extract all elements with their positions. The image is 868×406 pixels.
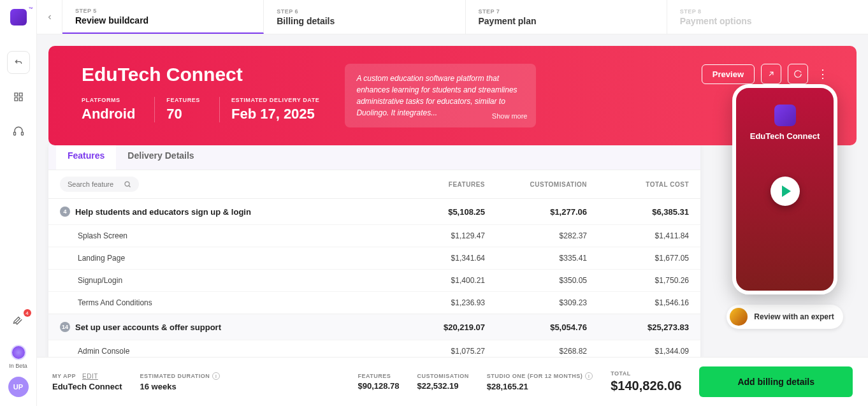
col-header-features: FEATURES (383, 181, 485, 188)
stat-delivery: ESTIMATED DELIVERY DATE Feb 17, 2025 (219, 97, 319, 122)
svg-rect-5 (21, 133, 23, 136)
table-row[interactable]: Landing Page $1,341.64 $335.41 $1,677.05 (48, 247, 700, 269)
more-options-icon[interactable]: ⋮ (814, 64, 831, 83)
footer-summary-bar: MY APP Edit EduTech Connect ESTIMATED DU… (37, 357, 868, 406)
info-icon[interactable]: i (585, 372, 593, 380)
group-count-badge: 4 (60, 207, 70, 217)
col-header-total: TOTAL COST (587, 181, 689, 188)
step-billing-details[interactable]: STEP 6 Billing details (264, 0, 465, 34)
svg-point-6 (125, 182, 129, 186)
rocket-icon[interactable]: 4 (7, 310, 30, 333)
grid-icon[interactable] (7, 85, 30, 108)
total-price: $140,826.06 (611, 379, 681, 393)
user-avatar[interactable]: UP (8, 377, 29, 397)
edit-app-link[interactable]: Edit (82, 373, 98, 380)
step-number: STEP 5 (75, 8, 250, 14)
step-title: Payment options (680, 16, 855, 26)
svg-rect-3 (19, 98, 22, 101)
step-payment-options: STEP 8 Payment options (667, 0, 868, 34)
project-title: EduTech Connect (82, 64, 319, 85)
search-icon (124, 180, 131, 188)
project-description: A custom education software platform tha… (345, 64, 536, 127)
undo-icon[interactable] (7, 51, 30, 74)
table-row[interactable]: Admin Console $1,075.27 $268.82 $1,344.0… (48, 340, 700, 357)
phone-preview: EduTech Connect (732, 84, 837, 294)
beta-indicator-icon (11, 345, 26, 360)
headset-icon[interactable] (7, 120, 30, 143)
step-review-buildcard[interactable]: STEP 5 Review buildcard (62, 0, 264, 34)
table-row[interactable]: Signup/Login $1,400.21 $350.05 $1,750.26 (48, 269, 700, 291)
stat-platforms: PLATFORMS Android (82, 97, 135, 122)
play-icon (782, 185, 791, 197)
steps-bar: STEP 5 Review buildcard STEP 6 Billing d… (37, 0, 868, 34)
step-number: STEP 6 (277, 8, 452, 15)
step-number: STEP 7 (479, 8, 654, 15)
expert-avatar (730, 308, 748, 326)
svg-rect-0 (15, 93, 18, 96)
feature-group-header[interactable]: 4 Help students and educators sign up & … (48, 199, 700, 224)
table-row[interactable]: Splash Screen $1,129.47 $282.37 $1,411.8… (48, 224, 700, 247)
step-title: Billing details (277, 16, 452, 26)
sidebar-left: 4 In Beta UP (0, 0, 37, 406)
step-title: Review buildcard (75, 15, 250, 25)
share-icon[interactable] (761, 64, 781, 84)
footer-my-app-label: MY APP Edit (52, 373, 122, 380)
table-row[interactable]: Terms And Conditions $1,236.93 $309.23 $… (48, 291, 700, 314)
step-number: STEP 8 (680, 8, 855, 15)
logo-icon[interactable] (10, 9, 27, 25)
tab-features[interactable]: Features (56, 141, 116, 170)
features-table-card: Features Delivery Details FEATURES CUSTO… (48, 141, 700, 357)
step-title: Payment plan (479, 16, 654, 26)
tab-delivery-details[interactable]: Delivery Details (116, 141, 205, 170)
refresh-icon[interactable] (788, 64, 808, 84)
play-button[interactable] (770, 177, 800, 206)
review-expert-button[interactable]: Review with an expert (727, 305, 843, 329)
notification-badge: 4 (24, 309, 31, 317)
search-input-wrap[interactable] (60, 177, 139, 192)
phone-app-icon (774, 105, 796, 126)
add-billing-details-button[interactable]: Add billing details (699, 366, 853, 397)
col-header-customisation: CUSTOMISATION (485, 181, 587, 188)
feature-group-header[interactable]: 14 Set up user accounts & offer support … (48, 314, 700, 340)
svg-rect-4 (13, 133, 15, 136)
show-more-link[interactable]: Show more (492, 111, 528, 122)
group-count-badge: 14 (60, 322, 70, 332)
svg-line-7 (129, 185, 130, 187)
info-icon[interactable]: i (212, 372, 220, 380)
svg-rect-1 (19, 93, 22, 96)
back-button[interactable] (37, 0, 62, 34)
svg-rect-2 (15, 98, 18, 101)
stat-features: FEATURES 70 (154, 97, 200, 122)
search-input[interactable] (68, 180, 119, 188)
phone-app-title: EduTech Connect (750, 131, 820, 141)
preview-button[interactable]: Preview (702, 64, 755, 84)
step-payment-plan[interactable]: STEP 7 Payment plan (466, 0, 667, 34)
beta-label: In Beta (9, 363, 27, 369)
